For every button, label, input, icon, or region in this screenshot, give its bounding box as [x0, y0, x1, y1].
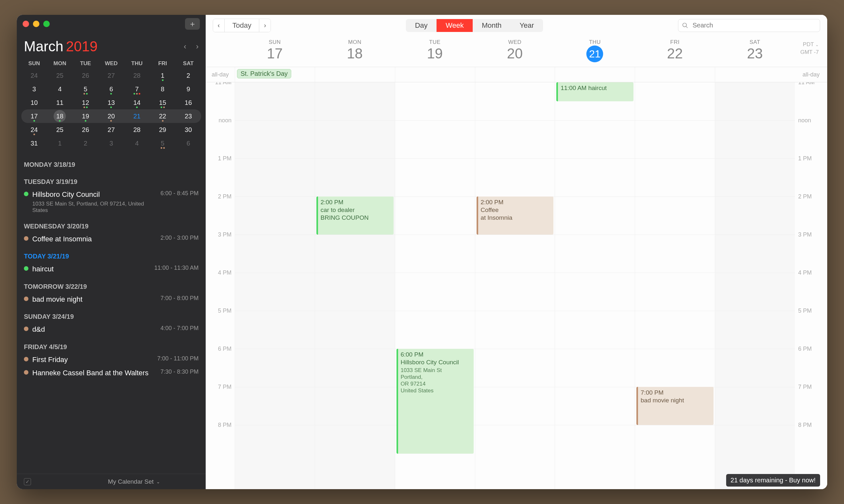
- mini-date-cell[interactable]: 2: [175, 69, 201, 82]
- day-column[interactable]: 2:00 PMcar to dealerBRING COUPON: [315, 82, 395, 489]
- next-month-button[interactable]: ›: [196, 42, 198, 51]
- agenda-item[interactable]: d&d4:00 - 7:00 PM: [24, 323, 198, 336]
- prev-month-button[interactable]: ‹: [184, 42, 186, 51]
- mini-date-cell[interactable]: 3: [21, 82, 47, 96]
- mini-date-cell[interactable]: 14: [124, 96, 150, 109]
- mini-date-cell[interactable]: 6: [175, 137, 201, 150]
- minimize-icon[interactable]: [33, 21, 39, 27]
- mini-date-cell[interactable]: 28: [124, 69, 150, 82]
- allday-cell[interactable]: [315, 67, 395, 82]
- calendar-event[interactable]: 2:00 PMCoffeeat Insomnia: [477, 197, 554, 235]
- mini-date-cell[interactable]: 20: [99, 109, 124, 123]
- week-day-header[interactable]: FRI22: [635, 36, 715, 67]
- mini-date-cell[interactable]: 28: [124, 123, 150, 137]
- today-button[interactable]: Today: [224, 19, 260, 32]
- mini-date-cell[interactable]: 19: [73, 109, 99, 123]
- week-day-header[interactable]: SAT23: [715, 36, 795, 67]
- agenda-item[interactable]: First Friday7:00 - 11:00 PM: [24, 353, 198, 366]
- week-day-header[interactable]: SUN17: [235, 36, 315, 67]
- mini-date-cell[interactable]: 18: [47, 109, 73, 123]
- mini-date-cell[interactable]: 29: [150, 123, 176, 137]
- mini-date-cell[interactable]: 12: [73, 96, 99, 109]
- agenda-item[interactable]: Hanneke Cassel Band at the Walters7:30 -…: [24, 366, 198, 380]
- mini-date-cell[interactable]: 27: [99, 123, 124, 137]
- week-day-header[interactable]: THU21: [555, 36, 635, 67]
- search-input[interactable]: [678, 19, 820, 32]
- mini-date-cell[interactable]: 23: [175, 109, 201, 123]
- mini-date-cell[interactable]: 11: [47, 96, 73, 109]
- mini-date-cell[interactable]: 25: [47, 123, 73, 137]
- mini-date-cell[interactable]: 10: [21, 96, 47, 109]
- mini-date-cell[interactable]: 22: [150, 109, 176, 123]
- allday-cell[interactable]: [555, 67, 635, 82]
- mini-date-cell[interactable]: 4: [47, 82, 73, 96]
- view-month[interactable]: Month: [473, 19, 510, 32]
- view-week[interactable]: Week: [437, 19, 473, 32]
- mini-date-cell[interactable]: 5: [73, 82, 99, 96]
- search-field[interactable]: [678, 19, 820, 32]
- mini-date-cell[interactable]: 1: [150, 69, 176, 82]
- agenda-list[interactable]: MONDAY 3/18/19TUESDAY 3/19/19Hillsboro C…: [17, 154, 206, 474]
- mini-date-cell[interactable]: 27: [99, 69, 124, 82]
- mini-date-cell[interactable]: 24: [21, 69, 47, 82]
- mini-date-cell[interactable]: 30: [175, 123, 201, 137]
- mini-date-cell[interactable]: 6: [99, 82, 124, 96]
- calendar-set-dropdown[interactable]: My Calendar Set ⌄: [108, 478, 160, 485]
- agenda-item[interactable]: haircut11:00 - 11:30 AM: [24, 263, 198, 276]
- mini-calendar[interactable]: SUNMONTUEWEDTHUFRISAT2425262728123456789…: [17, 57, 206, 154]
- mini-date-cell[interactable]: 1: [47, 137, 73, 150]
- trial-banner[interactable]: 21 days remaining - Buy now!: [726, 474, 820, 487]
- agenda-item[interactable]: Hillsboro City Council1033 SE Main St, P…: [24, 188, 198, 216]
- toggle-checkbox[interactable]: ✓: [24, 478, 31, 485]
- hour-label: 8 PM: [795, 422, 827, 460]
- mini-date-cell[interactable]: 21: [124, 109, 150, 123]
- allday-cell[interactable]: [395, 67, 475, 82]
- agenda-item[interactable]: Coffee at Insomnia2:00 - 3:00 PM: [24, 233, 198, 246]
- timezone-label[interactable]: PDT ⌄ GMT -7: [801, 41, 819, 56]
- add-event-button[interactable]: ＋: [185, 18, 200, 30]
- calendar-event[interactable]: 6:00 PMHillsboro City Council1033 SE Mai…: [397, 349, 474, 454]
- prev-week-button[interactable]: ‹: [213, 19, 224, 32]
- mini-date-cell[interactable]: 17: [21, 109, 47, 123]
- mini-date-cell[interactable]: 24: [21, 123, 47, 137]
- week-day-header[interactable]: TUE19: [395, 36, 475, 67]
- allday-cell[interactable]: [475, 67, 555, 82]
- mini-date-cell[interactable]: 31: [21, 137, 47, 150]
- mini-date-cell[interactable]: 4: [124, 137, 150, 150]
- mini-date-cell[interactable]: 3: [99, 137, 124, 150]
- mini-date-cell[interactable]: 13: [99, 96, 124, 109]
- allday-cell[interactable]: [715, 67, 795, 82]
- next-week-button[interactable]: ›: [259, 19, 270, 32]
- week-day-header[interactable]: WED20: [475, 36, 555, 67]
- mini-date-cell[interactable]: 26: [73, 123, 99, 137]
- week-grid[interactable]: 11 AMnoon1 PM2 PM3 PM4 PM5 PM6 PM7 PM8 P…: [206, 82, 827, 489]
- zoom-icon[interactable]: [43, 21, 50, 27]
- mini-date-cell[interactable]: 9: [175, 82, 201, 96]
- mini-date-cell[interactable]: 2: [73, 137, 99, 150]
- mini-date-cell[interactable]: 5: [150, 137, 176, 150]
- view-year[interactable]: Year: [510, 19, 543, 32]
- day-column[interactable]: [235, 82, 315, 489]
- day-column[interactable]: 11:00 AM haircut: [555, 82, 635, 489]
- mini-date-cell[interactable]: 26: [73, 69, 99, 82]
- allday-cell[interactable]: [635, 67, 715, 82]
- calendar-event[interactable]: 11:00 AM haircut: [556, 82, 633, 101]
- year-label: 2019: [66, 38, 98, 55]
- day-column[interactable]: [715, 82, 795, 489]
- mini-date-cell[interactable]: 8: [150, 82, 176, 96]
- calendar-event[interactable]: 2:00 PMcar to dealerBRING COUPON: [316, 197, 393, 235]
- calendar-event[interactable]: 7:00 PMbad movie night: [636, 387, 714, 425]
- view-day[interactable]: Day: [406, 19, 437, 32]
- mini-date-cell[interactable]: 16: [175, 96, 201, 109]
- day-column[interactable]: 6:00 PMHillsboro City Council1033 SE Mai…: [395, 82, 475, 489]
- day-column[interactable]: 7:00 PMbad movie night: [635, 82, 715, 489]
- week-day-header[interactable]: MON18: [315, 36, 395, 67]
- mini-date-cell[interactable]: 7: [124, 82, 150, 96]
- day-column[interactable]: 2:00 PMCoffeeat Insomnia: [475, 82, 555, 489]
- mini-date-cell[interactable]: 15: [150, 96, 176, 109]
- agenda-item[interactable]: bad movie night7:00 - 8:00 PM: [24, 293, 198, 306]
- mini-date-cell[interactable]: 25: [47, 69, 73, 82]
- close-icon[interactable]: [23, 21, 29, 27]
- allday-event[interactable]: St. Patrick's Day: [237, 69, 291, 78]
- allday-cell[interactable]: St. Patrick's Day: [235, 67, 315, 82]
